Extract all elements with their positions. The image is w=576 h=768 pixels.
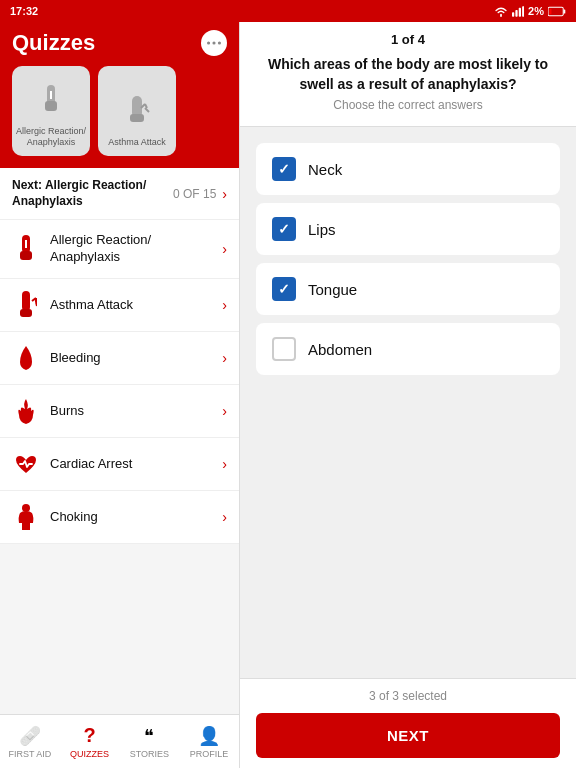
list-item-asthma[interactable]: Asthma Attack › xyxy=(0,279,239,332)
svg-line-25 xyxy=(36,302,37,306)
list-item-choking[interactable]: Choking › xyxy=(0,491,239,544)
checkbox-neck[interactable]: ✓ xyxy=(272,157,296,181)
list-chevron-asthma: › xyxy=(222,297,227,313)
answer-label-abdomen: Abdomen xyxy=(308,341,372,358)
left-panel: Quizzes Allergic R xyxy=(0,22,240,768)
page-title: Quizzes xyxy=(12,30,95,56)
list-item-burns[interactable]: Burns › xyxy=(0,385,239,438)
answer-lips[interactable]: ✓ Lips xyxy=(256,203,560,255)
list-label-cardiac: Cardiac Arrest xyxy=(50,456,222,473)
svg-point-26 xyxy=(22,504,30,512)
svg-rect-22 xyxy=(20,309,32,317)
tab-label-firstaid: FIRST AID xyxy=(8,749,51,759)
list-label-allergic: Allergic Reaction/ Anaphylaxis xyxy=(50,232,222,266)
checkmark-neck: ✓ xyxy=(278,161,290,177)
tab-icon-profile: 👤 xyxy=(198,725,220,747)
svg-line-17 xyxy=(145,108,149,112)
answer-neck[interactable]: ✓ Neck xyxy=(256,143,560,195)
card-icon-allergic xyxy=(35,83,67,122)
checkmark-lips: ✓ xyxy=(278,221,290,237)
battery-percent: 2% xyxy=(528,5,544,17)
card-allergic[interactable]: Allergic Reaction/ Anaphylaxis xyxy=(12,66,90,156)
svg-rect-21 xyxy=(22,291,30,311)
tab-icon-firstaid: 🩹 xyxy=(19,725,41,747)
tab-profile[interactable]: 👤 PROFILE xyxy=(179,715,239,768)
quiz-header: 1 of 4 Which areas of the body are most … xyxy=(240,22,576,127)
svg-rect-11 xyxy=(45,101,57,111)
list-item-bleeding[interactable]: Bleeding › xyxy=(0,332,239,385)
tab-label-profile: PROFILE xyxy=(190,749,229,759)
card-label-allergic: Allergic Reaction/ Anaphylaxis xyxy=(12,126,90,148)
list-icon-choking xyxy=(12,503,40,531)
tab-firstaid[interactable]: 🩹 FIRST AID xyxy=(0,715,60,768)
list-icon-bleeding xyxy=(12,344,40,372)
checkbox-lips[interactable]: ✓ xyxy=(272,217,296,241)
next-button[interactable]: NEXT xyxy=(256,713,560,758)
next-chevron-icon: › xyxy=(222,186,227,202)
tab-label-stories: STORIES xyxy=(130,749,169,759)
status-bar: 17:32 2% xyxy=(0,0,576,22)
svg-rect-5 xyxy=(564,9,566,13)
list-icon-cardiac xyxy=(12,450,40,478)
list-chevron-bleeding: › xyxy=(222,350,227,366)
svg-line-16 xyxy=(145,104,147,108)
list-label-burns: Burns xyxy=(50,403,222,420)
more-icon xyxy=(207,41,221,45)
card-label-asthma: Asthma Attack xyxy=(108,137,166,148)
more-button[interactable] xyxy=(201,30,227,56)
answer-label-lips: Lips xyxy=(308,221,336,238)
featured-cards: Allergic Reaction/ Anaphylaxis Asthma At… xyxy=(0,66,239,168)
list-label-bleeding: Bleeding xyxy=(50,350,222,367)
checkbox-abdomen[interactable] xyxy=(272,337,296,361)
right-panel: 1 of 4 Which areas of the body are most … xyxy=(240,22,576,768)
card-icon-asthma xyxy=(121,94,153,133)
tab-label-quizzes: QUIZZES xyxy=(70,749,109,759)
tab-stories[interactable]: ❝ STORIES xyxy=(120,715,180,768)
list-item-cardiac[interactable]: Cardiac Arrest › xyxy=(0,438,239,491)
tab-quizzes[interactable]: ? QUIZZES xyxy=(60,715,120,768)
quiz-question: Which areas of the body are most likely … xyxy=(256,55,560,94)
list-label-asthma: Asthma Attack xyxy=(50,297,222,314)
battery-icon xyxy=(548,6,566,17)
list-icon-asthma xyxy=(12,291,40,319)
quiz-list: Allergic Reaction/ Anaphylaxis › Asthma … xyxy=(0,220,239,714)
next-count: 0 OF 15 xyxy=(173,187,216,201)
svg-point-9 xyxy=(218,41,221,44)
answer-label-neck: Neck xyxy=(308,161,342,178)
card-asthma[interactable]: Asthma Attack xyxy=(98,66,176,156)
selected-count: 3 of 3 selected xyxy=(256,689,560,703)
list-item-allergic[interactable]: Allergic Reaction/ Anaphylaxis › xyxy=(0,220,239,279)
svg-rect-6 xyxy=(549,8,551,14)
tab-icon-quizzes: ? xyxy=(84,724,96,747)
list-chevron-burns: › xyxy=(222,403,227,419)
status-right: 2% xyxy=(494,5,566,17)
list-chevron-choking: › xyxy=(222,509,227,525)
list-chevron-allergic: › xyxy=(222,241,227,257)
svg-point-7 xyxy=(207,41,210,44)
svg-rect-19 xyxy=(20,251,32,260)
svg-point-8 xyxy=(212,41,215,44)
tab-icon-stories: ❝ xyxy=(144,725,154,747)
tab-bar: 🩹 FIRST AID ? QUIZZES ❝ STORIES 👤 PROFIL… xyxy=(0,714,239,768)
svg-rect-3 xyxy=(522,6,524,17)
answer-abdomen[interactable]: Abdomen xyxy=(256,323,560,375)
wifi-icon xyxy=(494,6,508,17)
list-chevron-cardiac: › xyxy=(222,456,227,472)
next-section[interactable]: Next: Allergic Reaction/ Anaphylaxis 0 O… xyxy=(0,168,239,220)
quiz-subtext: Choose the correct answers xyxy=(256,98,560,112)
status-time: 17:32 xyxy=(10,5,38,17)
checkbox-tongue[interactable]: ✓ xyxy=(272,277,296,301)
svg-rect-14 xyxy=(130,114,144,122)
signal-icon xyxy=(512,6,524,17)
svg-rect-1 xyxy=(515,10,517,17)
quiz-progress: 1 of 4 xyxy=(256,32,560,47)
list-label-choking: Choking xyxy=(50,509,222,526)
next-label: Next: Allergic Reaction/ Anaphylaxis xyxy=(12,178,173,209)
checkmark-tongue: ✓ xyxy=(278,281,290,297)
list-icon-allergic xyxy=(12,235,40,263)
quiz-footer: 3 of 3 selected NEXT xyxy=(240,678,576,768)
answer-label-tongue: Tongue xyxy=(308,281,357,298)
answers-list: ✓ Neck ✓ Lips ✓ Tongue xyxy=(240,127,576,678)
answer-tongue[interactable]: ✓ Tongue xyxy=(256,263,560,315)
left-header: Quizzes xyxy=(0,22,239,66)
